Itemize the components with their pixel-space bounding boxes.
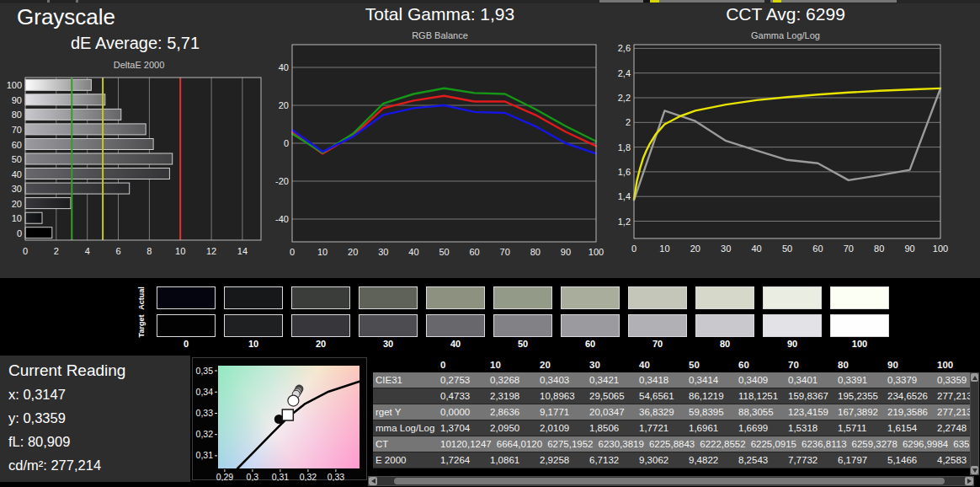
scroll-down-button[interactable] bbox=[971, 466, 978, 474]
arrow-right-icon bbox=[967, 479, 972, 484]
horizontal-scrollbar[interactable] bbox=[368, 476, 974, 486]
table-cell: 1,7721 bbox=[634, 420, 684, 436]
table-header-row: 0102030405060708090100 bbox=[373, 358, 970, 372]
svg-text:40: 40 bbox=[408, 247, 418, 257]
svg-text:0,34: 0,34 bbox=[196, 387, 214, 397]
table-row-label bbox=[373, 388, 435, 404]
svg-text:40: 40 bbox=[12, 169, 22, 179]
swatch-level-label: 0 bbox=[157, 339, 216, 349]
svg-text:60: 60 bbox=[469, 247, 479, 257]
top-strip-fragment bbox=[76, 0, 78, 3]
swatch-level-label: 80 bbox=[695, 339, 754, 349]
table-cell: 6,7132 bbox=[584, 452, 634, 468]
table-cell: 4,2583 bbox=[932, 452, 970, 468]
table-cell: 0,3414 bbox=[684, 372, 733, 388]
target-swatch-0 bbox=[157, 314, 216, 337]
scroll-up-button[interactable] bbox=[971, 373, 978, 382]
target-swatch-80 bbox=[695, 314, 754, 337]
target-row-label-text: Target bbox=[137, 314, 146, 337]
svg-text:20: 20 bbox=[12, 199, 22, 209]
measurement-table: 0102030405060708090100CIE310,27530,32680… bbox=[373, 358, 970, 468]
top-strip-fragment bbox=[773, 0, 781, 3]
page-title: Grayscale bbox=[17, 4, 115, 30]
table-cell: 8,2543 bbox=[733, 452, 783, 468]
table-cell: 9,3062 bbox=[634, 452, 684, 468]
table-cell: 10,8963 bbox=[535, 388, 584, 404]
cie-chart-overlay: 0,350,340,330,320,310,290,30,310,320,33 bbox=[193, 358, 368, 481]
arrow-up-icon bbox=[972, 376, 977, 380]
table-cell: 0,2753 bbox=[435, 372, 485, 388]
svg-text:8: 8 bbox=[146, 246, 152, 256]
deltae-chart-title: DeltaE 2000 bbox=[0, 60, 278, 70]
svg-text:40: 40 bbox=[279, 62, 289, 72]
table-row: E 20001,72641,08612,92586,71329,30629,48… bbox=[373, 452, 970, 468]
table-cell: 9,4822 bbox=[684, 452, 733, 468]
actual-row-label: Actual bbox=[133, 286, 150, 309]
table-cell: 1,0861 bbox=[485, 452, 535, 468]
deltae-bar-chart: 100908070605040302010002468101214 bbox=[0, 71, 278, 261]
table-cell: 6352,23 bbox=[948, 436, 970, 452]
reading-y-value: y: 0,3359 bbox=[8, 410, 66, 426]
svg-text:0: 0 bbox=[23, 246, 28, 256]
svg-text:90: 90 bbox=[12, 95, 22, 105]
actual-row-label-text: Actual bbox=[137, 286, 146, 310]
table-row: CT10120,12476664,01206275,19526230,38196… bbox=[373, 436, 970, 452]
rgb-balance-chart: 40200-20-400102030405060708090100 bbox=[274, 42, 606, 260]
svg-text:0,29: 0,29 bbox=[216, 472, 234, 481]
grayscale-calibration-page: Grayscale dE Average: 5,71 Total Gamma: … bbox=[0, 0, 980, 487]
target-swatch-70 bbox=[628, 314, 687, 337]
table-cell: 6236,8113 bbox=[796, 436, 847, 452]
table-header-cell: 40 bbox=[634, 358, 684, 372]
svg-text:10: 10 bbox=[317, 247, 328, 257]
svg-text:0,32: 0,32 bbox=[196, 429, 214, 439]
top-strip-fragment bbox=[650, 0, 659, 3]
svg-text:0: 0 bbox=[284, 138, 289, 148]
svg-text:0,3: 0,3 bbox=[247, 472, 259, 481]
table-row: 0,47332,319810,896329,506554,656186,1219… bbox=[373, 388, 970, 404]
table-header-cell: 30 bbox=[584, 358, 634, 372]
actual-swatch-50 bbox=[493, 286, 552, 309]
table-cell: 9,1771 bbox=[535, 404, 584, 420]
svg-text:100: 100 bbox=[933, 244, 948, 254]
svg-text:50: 50 bbox=[12, 154, 22, 164]
svg-text:90: 90 bbox=[904, 244, 914, 254]
svg-text:2: 2 bbox=[626, 117, 631, 127]
svg-text:0: 0 bbox=[290, 247, 295, 257]
table-row-label: rget Y bbox=[373, 404, 435, 420]
arrow-left-icon bbox=[371, 479, 375, 484]
table-cell: 219,3586 bbox=[882, 404, 932, 420]
svg-text:0,32: 0,32 bbox=[300, 472, 317, 481]
svg-text:0,33: 0,33 bbox=[328, 472, 345, 481]
vertical-scrollbar[interactable] bbox=[970, 372, 979, 475]
gamma-loglog-chart: 2,62,42,221,81,61,41,2010203040506070809… bbox=[611, 42, 960, 260]
table-cell: 6225,8843 bbox=[644, 436, 695, 452]
actual-swatch-100 bbox=[830, 286, 889, 309]
scrollbar-thumb[interactable] bbox=[394, 478, 945, 484]
top-strip bbox=[0, 0, 980, 3]
reading-x-value: x: 0,3147 bbox=[8, 387, 66, 403]
table-cell: 6225,0915 bbox=[746, 436, 796, 452]
table-cell: 6664,0120 bbox=[492, 436, 542, 452]
svg-text:50: 50 bbox=[439, 247, 449, 257]
actual-swatch-30 bbox=[359, 286, 418, 309]
svg-text:1,4: 1,4 bbox=[618, 191, 631, 201]
table-cell: 1,3704 bbox=[435, 420, 485, 436]
scroll-right-button[interactable] bbox=[965, 477, 973, 485]
table-cell: 1,6961 bbox=[684, 420, 733, 436]
table-cell: 0,3268 bbox=[485, 372, 535, 388]
table-cell: 10120,1247 bbox=[435, 436, 492, 452]
scroll-left-button[interactable] bbox=[369, 477, 377, 485]
table-cell: 1,5318 bbox=[783, 420, 833, 436]
table-cell: 6296,9984 bbox=[897, 436, 948, 452]
swatch-level-label: 40 bbox=[426, 339, 485, 349]
svg-text:100: 100 bbox=[7, 80, 22, 90]
table-row-label: mma Log/Log bbox=[373, 420, 435, 436]
svg-text:60: 60 bbox=[812, 244, 823, 254]
svg-text:0: 0 bbox=[631, 244, 636, 254]
table-cell: 86,1219 bbox=[684, 388, 733, 404]
svg-text:1,8: 1,8 bbox=[618, 142, 631, 153]
table-header-cell bbox=[373, 358, 435, 372]
swatch-band: Actual Target 0102030405060708090100 bbox=[0, 278, 980, 354]
actual-swatch-0 bbox=[157, 286, 216, 309]
rgb-balance-chart-title: RGB Balance bbox=[274, 30, 606, 40]
